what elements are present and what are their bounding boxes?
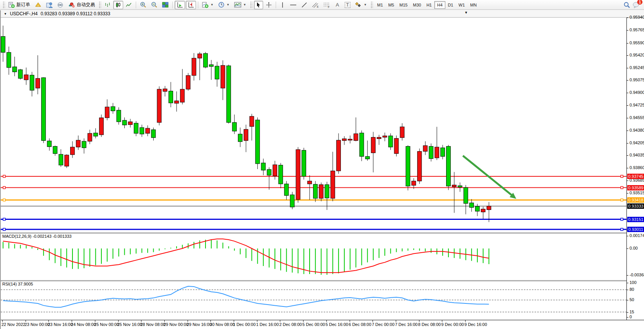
chart-title-bar[interactable]: ▼ USDCHF-,H4 0.93283 0.93389 0.93112 0.9… [1, 10, 644, 18]
search-icon[interactable] [623, 2, 630, 8]
text-label-tool-button[interactable]: T [343, 1, 352, 9]
price-axis[interactable]: 0.959400.957650.955900.954200.952450.950… [626, 18, 644, 329]
timeframe-button-mn[interactable]: MN [467, 1, 479, 9]
one-click-collapse-icon[interactable]: ▼ [464, 11, 468, 15]
crosshair-icon [266, 2, 272, 8]
line-handle[interactable] [3, 228, 5, 231]
auto-trading-icon [68, 2, 75, 8]
chevron-down-icon[interactable]: ▼ [210, 3, 214, 6]
toolbar-grip[interactable] [98, 2, 101, 8]
fibonacci-icon: F [323, 2, 330, 8]
indicators-button[interactable]: ▼ [200, 1, 215, 9]
rsi-label: RSI(14) 37.9005 [2, 282, 33, 286]
time-label: 24 Nov 08:00 [71, 322, 96, 327]
line-handle[interactable] [3, 175, 5, 177]
timeframe-button-w1[interactable]: W1 [456, 1, 468, 9]
channel-tool-button[interactable]: E [310, 1, 321, 9]
timeframe-group: M1M5M15M30H1H4D1W1MN [374, 1, 479, 9]
zoom-out-button[interactable] [149, 1, 159, 9]
zoom-in-button[interactable] [138, 1, 148, 9]
chevron-down-icon[interactable]: ▼ [226, 3, 230, 6]
chart-dropdown-icon[interactable]: ▼ [4, 12, 7, 16]
crosshair-tool-button[interactable] [264, 1, 274, 9]
trendline-tool-button[interactable] [299, 1, 309, 9]
chart-shift-button[interactable] [186, 1, 196, 9]
chart-shift-icon [188, 2, 194, 8]
toolbar-grip[interactable] [250, 2, 252, 8]
price-line-label: 0.93011 [627, 227, 644, 232]
line-handle[interactable] [3, 199, 5, 201]
time-label: 23 Nov 00:00 [25, 322, 50, 327]
line-handle[interactable] [621, 187, 623, 189]
candle-body [440, 148, 445, 156]
timeframe-button-m5[interactable]: M5 [385, 1, 397, 9]
arrow-objects-icon [355, 2, 362, 8]
candle-body [30, 75, 34, 90]
periods-button[interactable]: ▼ [216, 1, 231, 9]
line-handle[interactable] [621, 218, 623, 221]
toolbar-grip[interactable] [2, 2, 5, 8]
line-chart-button[interactable] [124, 1, 134, 9]
timeframe-button-m1[interactable]: M1 [374, 1, 385, 9]
candle-body [88, 133, 92, 141]
timeframe-button-m15[interactable]: M15 [397, 1, 410, 9]
rsi-panel-canvas[interactable] [1, 281, 626, 319]
line-handle[interactable] [621, 228, 623, 231]
candlestick-chart-button[interactable] [113, 1, 123, 9]
cursor-tool-button[interactable] [254, 1, 263, 9]
line-handle[interactable] [621, 199, 623, 201]
line-handle[interactable] [621, 175, 623, 177]
macd-panel-canvas[interactable] [1, 234, 626, 280]
time-label: 28 Nov 08:00 [140, 322, 165, 327]
signals-button[interactable] [55, 1, 66, 9]
timeframe-button-d1[interactable]: D1 [445, 1, 456, 9]
candle-body [365, 156, 369, 159]
time-label: 1 Dec 16:00 [256, 322, 279, 327]
time-label: 25 Nov 00:00 [94, 322, 119, 327]
line-handle[interactable] [3, 187, 5, 189]
market-watch-button[interactable] [44, 1, 55, 9]
arrows-tool-button[interactable]: ▼ [353, 1, 369, 9]
fibonacci-tool-button[interactable]: F [321, 1, 332, 9]
auto-trading-button[interactable]: 自动交易 [66, 1, 97, 9]
candle-body [244, 129, 248, 140]
candle-body [400, 127, 404, 137]
vertical-line-tool-button[interactable] [278, 1, 287, 9]
candle-body [36, 78, 40, 88]
profiles-button[interactable] [33, 1, 43, 9]
axis-tick [627, 105, 628, 106]
notification-badge: 1 [637, 0, 642, 5]
chevron-down-icon[interactable]: ▼ [243, 3, 246, 6]
line-handle[interactable] [3, 218, 5, 221]
timeframe-button-h4[interactable]: H4 [434, 1, 445, 9]
candle-body [146, 128, 150, 133]
candle-body [157, 89, 161, 123]
chart-symbol-title: USDCHF-,H4 [10, 11, 38, 16]
timeframe-button-m30[interactable]: M30 [410, 1, 424, 9]
horizontal-line-tool-button[interactable] [288, 1, 299, 9]
chevron-down-icon[interactable]: ▼ [364, 3, 367, 6]
time-tick [350, 320, 350, 322]
axis-tick [627, 143, 628, 144]
templates-button[interactable]: ▼ [232, 1, 248, 9]
macd-label: MACD(12,26,9) -0.002143 -0.001333 [2, 234, 72, 239]
candle-body [406, 146, 410, 186]
time-tick [141, 320, 141, 322]
price-line-label: 0.93589 [627, 185, 644, 190]
axis-tick-label: 0 [630, 314, 632, 319]
axis-tick-label: -0.00368 [630, 273, 644, 277]
toolbar-grip[interactable] [370, 2, 373, 8]
time-axis[interactable]: 22 Nov 202223 Nov 00:0023 Nov 16:0024 No… [1, 320, 644, 329]
notifications-button[interactable]: 1 [633, 2, 640, 8]
price-chart-canvas[interactable] [1, 18, 626, 232]
tile-windows-button[interactable] [160, 1, 170, 9]
candle-body [412, 181, 416, 185]
timeframe-button-h1[interactable]: H1 [424, 1, 434, 9]
axis-tick [627, 43, 628, 44]
axis-tick [627, 168, 628, 168]
candle-body [105, 107, 109, 118]
text-tool-button[interactable]: A [333, 1, 342, 9]
new-order-button[interactable]: 新订单 [6, 1, 32, 9]
auto-scroll-button[interactable] [175, 1, 185, 9]
bar-chart-button[interactable] [103, 1, 112, 9]
